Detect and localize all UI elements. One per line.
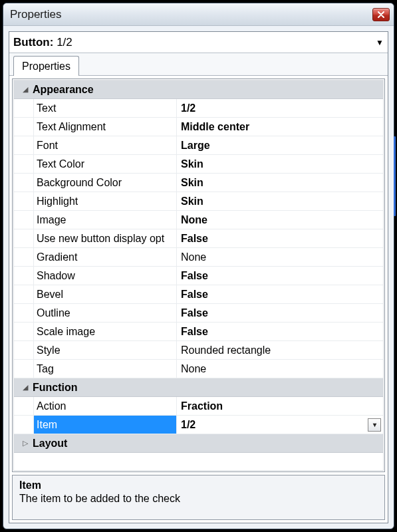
property-row[interactable]: ShadowFalse [14, 267, 383, 285]
row-gutter [14, 397, 34, 415]
property-value[interactable]: 1/2▾ [176, 416, 383, 434]
property-value[interactable]: 1/2 [176, 99, 383, 117]
property-grid-inner: ◢AppearanceText1/2Text AlignmentMiddle c… [13, 80, 384, 471]
property-value-text: Large [181, 140, 210, 152]
property-name: Item [34, 416, 176, 434]
property-row[interactable]: BevelFalse [14, 285, 383, 304]
group-header[interactable]: ▷Layout [14, 434, 383, 453]
property-value[interactable]: False [176, 229, 383, 247]
property-value[interactable]: Middle center [176, 118, 383, 136]
property-row[interactable]: ActionFraction [14, 397, 383, 416]
property-value-text: Rounded rectangle [181, 344, 271, 356]
property-value-text: Middle center [181, 121, 249, 133]
row-gutter [14, 99, 34, 117]
property-value[interactable]: Large [176, 136, 383, 154]
property-value-text: False [181, 233, 208, 245]
property-value-text: None [181, 251, 206, 263]
properties-window: Properties Button: 1/2 ▼ Properties ◢App… [3, 3, 394, 529]
window-title: Properties [10, 8, 372, 21]
tab-properties[interactable]: Properties [13, 56, 79, 76]
row-gutter [14, 285, 34, 303]
property-value[interactable]: Skin [176, 192, 383, 210]
row-gutter [14, 248, 34, 266]
property-value[interactable]: False [176, 323, 383, 340]
property-row[interactable]: GradientNone [14, 248, 383, 267]
property-row[interactable]: StyleRounded rectangle [14, 341, 383, 360]
row-gutter [14, 341, 34, 359]
group-name: Layout [33, 438, 67, 450]
tabstrip: Properties [9, 53, 388, 76]
row-gutter [14, 136, 34, 154]
object-selector-label: Button: 1/2 [13, 36, 376, 49]
property-row[interactable]: Text ColorSkin [14, 155, 383, 174]
property-name: Font [34, 136, 176, 154]
property-value-text: Skin [181, 196, 203, 207]
property-name: Outline [34, 304, 176, 322]
group-name: Appearance [33, 84, 94, 96]
property-name: Text [34, 99, 176, 117]
group-header[interactable]: ◢Function [14, 378, 383, 397]
property-value[interactable]: None [176, 211, 383, 229]
property-value[interactable]: Skin [176, 155, 383, 173]
property-name: Text Color [34, 155, 176, 173]
row-gutter [14, 360, 34, 378]
property-value[interactable]: None [176, 248, 383, 266]
property-row[interactable]: Background ColorSkin [14, 174, 383, 192]
property-row[interactable]: Item1/2▾ [14, 416, 383, 434]
property-value[interactable]: Fraction [176, 397, 383, 415]
property-name: Style [34, 341, 176, 359]
property-row[interactable]: OutlineFalse [14, 304, 383, 323]
property-value[interactable]: None [176, 360, 383, 378]
row-gutter [14, 192, 34, 210]
row-gutter [14, 304, 34, 322]
property-value-text: None [181, 214, 207, 226]
property-grid: ◢AppearanceText1/2Text AlignmentMiddle c… [12, 78, 385, 472]
property-row[interactable]: Text AlignmentMiddle center [14, 118, 383, 136]
property-name: Use new button display opt [34, 229, 176, 247]
close-button[interactable] [372, 8, 390, 21]
property-value[interactable]: False [176, 285, 383, 303]
property-value[interactable]: Rounded rectangle [176, 341, 383, 359]
property-value[interactable]: False [176, 304, 383, 322]
description-panel: Item The item to be added to the check [12, 475, 385, 520]
chevron-down-icon: ▼ [376, 38, 384, 47]
property-value-text: 1/2 [181, 102, 196, 114]
property-value[interactable]: Skin [176, 174, 383, 192]
group-name: Function [33, 382, 78, 394]
property-value-text: False [181, 307, 208, 319]
row-gutter [14, 174, 34, 192]
side-accent [394, 136, 396, 216]
property-name: Tag [34, 360, 176, 378]
row-gutter [14, 155, 34, 173]
property-value-text: Skin [181, 158, 203, 170]
property-row[interactable]: Text1/2 [14, 99, 383, 118]
property-row[interactable]: Use new button display optFalse [14, 229, 383, 248]
titlebar: Properties [3, 3, 394, 26]
property-row[interactable]: Scale imageFalse [14, 323, 383, 341]
property-value-text: False [181, 289, 208, 301]
group-header[interactable]: ◢Appearance [14, 80, 383, 99]
row-gutter [14, 211, 34, 229]
row-gutter [14, 118, 34, 136]
object-selector[interactable]: Button: 1/2 ▼ [9, 32, 388, 53]
content-area: Button: 1/2 ▼ Properties ◢AppearanceText… [3, 26, 394, 529]
property-value-text: None [181, 363, 206, 375]
tab-label: Properties [22, 61, 70, 72]
value-dropdown-button[interactable]: ▾ [368, 418, 381, 432]
close-icon [378, 11, 384, 18]
collapse-icon[interactable]: ◢ [18, 383, 33, 392]
row-gutter [14, 323, 34, 340]
property-row[interactable]: TagNone [14, 360, 383, 378]
property-value-text: Fraction [181, 400, 223, 412]
property-name: Action [34, 397, 176, 415]
property-row[interactable]: FontLarge [14, 136, 383, 155]
inner-panel: Button: 1/2 ▼ Properties ◢AppearanceText… [9, 31, 388, 523]
expand-icon[interactable]: ▷ [18, 439, 33, 448]
row-gutter [14, 416, 34, 434]
property-value[interactable]: False [176, 267, 383, 285]
property-name: Shadow [34, 267, 176, 285]
property-name: Text Alignment [34, 118, 176, 136]
property-row[interactable]: ImageNone [14, 211, 383, 229]
collapse-icon[interactable]: ◢ [18, 85, 33, 94]
property-row[interactable]: HighlightSkin [14, 192, 383, 211]
